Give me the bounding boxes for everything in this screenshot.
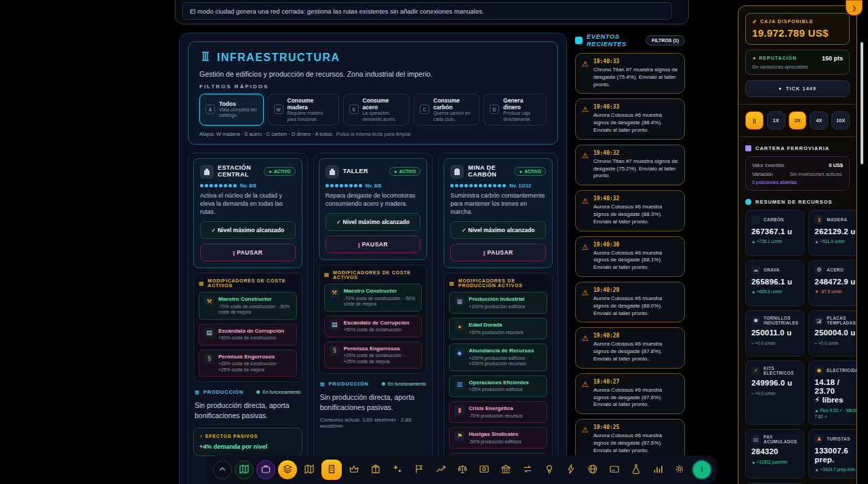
pause-button[interactable]: ||PAUSAR [200, 244, 296, 261]
bank-icon [500, 464, 511, 477]
speed-button[interactable]: || [745, 111, 764, 130]
event-card[interactable]: ⚠ 19:40:33 Chrono Titan #7 muestra signo… [575, 53, 685, 94]
crown-button[interactable] [344, 460, 363, 479]
open-positions-note: 0 posiciones abiertas. [752, 180, 843, 185]
reputation-label: REPUTACIÓN [759, 56, 797, 60]
flask-icon [631, 464, 642, 477]
info-button[interactable] [692, 460, 712, 480]
trend-button[interactable] [431, 460, 450, 479]
scales-icon [457, 464, 468, 477]
modifier-name: Permisos Engorrosos [218, 354, 292, 360]
scrollbar-thumb[interactable] [861, 42, 863, 164]
map-button[interactable] [235, 460, 254, 479]
modifier-item: ✦ Edad Dorada +50% producción recursos [449, 318, 547, 339]
production-text: Sin producción directa, aporta bonificac… [320, 392, 427, 412]
scales-button[interactable] [453, 460, 472, 479]
resources-title: RESUMEN DE RECURSOS [755, 199, 833, 205]
modifier-item: ▦ Producción Industrial +100% producción… [449, 292, 547, 314]
modifier-name: Edad Dorada [469, 322, 524, 329]
quick-filters-label: FILTROS RÁPIDOS [199, 83, 547, 90]
warning-icon: ⚠ [582, 198, 589, 225]
city-mode-message: El modo ciudad genera una red cerrada: g… [190, 7, 484, 15]
tick-button[interactable]: ●TICK 1449 [745, 80, 850, 97]
modifier-item: § Permisos Engorrosos +25% coste de cons… [324, 341, 422, 369]
swap-button[interactable] [518, 460, 537, 479]
modifier-name: Maestro Constructor [344, 288, 417, 295]
tv-money-button[interactable] [475, 460, 494, 479]
infrastructure-button-active[interactable] [321, 460, 342, 480]
wallet-icon [745, 145, 751, 151]
chevron-up-button[interactable] [213, 460, 232, 479]
resource-value: 250004.0 u [814, 329, 857, 337]
coins-icon: 🜚 [752, 19, 757, 24]
sparkles-button[interactable] [388, 460, 407, 479]
pause-icon: || [484, 250, 485, 255]
event-card[interactable]: ⚠ 19:40:29 Aurora Colossus #6 muestra si… [575, 282, 685, 322]
building-name: TALLER [343, 168, 385, 175]
event-card[interactable]: ⚠ 19:40:27 Aurora Colossus #6 muestra si… [575, 373, 685, 414]
steel-icon: ⚙ [814, 265, 823, 274]
reputation-subtext: Sin variaciones apreciables [752, 64, 843, 69]
event-card[interactable]: ⚠ 19:40:33 Aurora Colossus #6 muestra si… [575, 98, 685, 139]
modifier-effect: +50% coste de construcción [218, 335, 284, 341]
briefcase-button[interactable] [256, 460, 275, 479]
resource-name: PAX ACUMULADOS [764, 434, 798, 444]
bulb-button[interactable] [540, 460, 559, 479]
flag-button[interactable] [410, 460, 429, 479]
wallet-title: CARTERA FERROVIARIA [755, 145, 829, 151]
event-text: Aurora Colossus #6 muestra signos de des… [593, 250, 678, 272]
building-card-taller: TALLER ► ACTIVO Nv. 8/8 Repara desgaste … [313, 153, 433, 484]
star-icon: ★ [752, 56, 757, 60]
hud-sidebar: 🜚CAJA DISPONIBLE 19.972.789 US$ ★REPUTAC… [738, 5, 857, 484]
layers-button[interactable] [278, 460, 297, 479]
event-text: Chrono Titan #7 muestra signos de desgas… [593, 67, 678, 88]
modifier-item: ▮ Crisis Energética -70% producción recu… [449, 401, 547, 423]
chevron-up-icon [217, 464, 228, 477]
max-level-button[interactable]: ✓ Nivel máximo alcanzado [326, 213, 421, 231]
gear-button[interactable] [670, 460, 689, 479]
resource-card: ☁ GRAVA 265896.1 u +669.6 u/min [745, 260, 804, 306]
card-button[interactable] [605, 460, 624, 479]
pause-button[interactable]: ||PAUSAR [326, 236, 421, 253]
max-level-button[interactable]: ✓ Nivel máximo alcanzado [200, 221, 296, 239]
bolt-button[interactable] [561, 460, 580, 479]
speed-button[interactable]: 2X [789, 111, 807, 130]
globe-button[interactable] [583, 460, 602, 479]
event-card[interactable]: ⚠ 19:40:28 Aurora Colossus #6 muestra si… [575, 327, 685, 368]
production-icon: ▦ [195, 389, 200, 395]
speed-button[interactable]: 10X [831, 111, 850, 130]
passive-effects-title: EFECTOS PASIVOS [205, 434, 258, 439]
crown-icon [349, 464, 359, 477]
flask-button[interactable] [627, 460, 646, 479]
pause-button[interactable]: ||PAUSAR [450, 244, 546, 261]
event-card[interactable]: ⚠ 19:40:25 Aurora Colossus #6 muestra si… [575, 419, 685, 460]
chart-button[interactable] [648, 460, 667, 479]
events-filter-button[interactable]: FILTROS (1) [646, 35, 685, 45]
event-time: 19:40:33 [593, 104, 678, 110]
filter-chip[interactable]: S Consume acero La operación demanda ace… [343, 94, 410, 126]
map-outline-button[interactable] [300, 460, 319, 479]
resource-rate: +0.0 u/min [751, 341, 798, 346]
warning-icon: ⚠ [582, 60, 589, 88]
package-button[interactable] [366, 460, 385, 479]
resource-value: 262129.2 u [814, 227, 857, 236]
layers-icon [282, 464, 293, 477]
max-level-button[interactable]: ✓ Nivel máximo alcanzado [450, 221, 546, 239]
speed-button[interactable]: 1X [767, 111, 785, 130]
event-card[interactable]: ⚠ 19:40:30 Aurora Colossus #6 muestra si… [575, 236, 685, 277]
event-card[interactable]: ⚠ 19:40:32 Aurora Colossus #6 muestra si… [575, 190, 685, 231]
filter-chip[interactable]: C Consume carbón Quema carbón en cada ci… [414, 94, 479, 126]
resource-name: TURISTAS [827, 436, 850, 441]
collapse-sidebar-button[interactable]: ❯ [846, 0, 863, 16]
speed-button[interactable]: 4X [810, 111, 828, 130]
bank-button[interactable] [496, 460, 515, 479]
event-card[interactable]: ⚠ 19:40:32 Chrono Titan #7 muestra signo… [575, 145, 685, 185]
filter-label: Consume madera [288, 97, 333, 111]
filter-description: Vista completa del catálogo. [219, 107, 258, 118]
filter-chip[interactable]: W Consume madera Requiere madera para fu… [268, 94, 339, 126]
event-time: 19:40:32 [593, 150, 678, 156]
cost-modifiers-section: ▦MODIFICADORES DE COSTE ACTIVOS ⚒ Maestr… [319, 265, 428, 374]
filter-chip[interactable]: A Todos Vista completa del catálogo. [199, 94, 264, 126]
events-icon [575, 37, 583, 44]
filter-chip[interactable]: D Genera dinero Produce caja directament… [484, 94, 547, 126]
